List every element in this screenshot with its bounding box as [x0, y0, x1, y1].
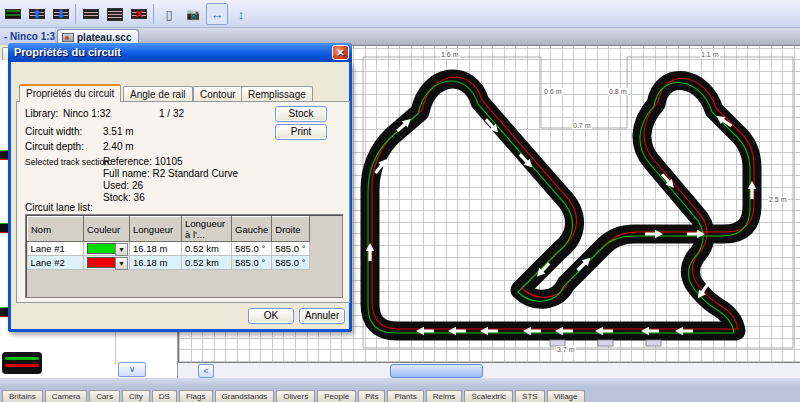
- tab-proprietes[interactable]: Propriétés du circuit: [19, 84, 121, 102]
- lane-right-angle: 585.0 °: [272, 256, 310, 270]
- canvas-hscrollbar[interactable]: <: [178, 362, 800, 378]
- circuit-depth-value: 2.40 m: [103, 141, 134, 152]
- circuit-width-label: Circuit width:: [25, 126, 82, 137]
- toolbar-separator: [75, 4, 76, 24]
- lane-name: Lane #1: [28, 242, 84, 256]
- library-tab[interactable]: People: [317, 390, 356, 402]
- lane-left-angle: 585.0 °: [232, 256, 272, 270]
- delete-section-icon[interactable]: ✕: [128, 3, 150, 25]
- selected-used: Used: 26: [103, 180, 143, 191]
- lane-list-label: Circuit lane list:: [25, 202, 93, 213]
- library-tab[interactable]: Flags: [179, 390, 213, 402]
- page-indicator: 1 / 32: [159, 108, 184, 119]
- tab-angle-de-rail[interactable]: Angle de rail: [123, 86, 193, 102]
- print-button[interactable]: Print: [275, 124, 327, 140]
- library-tab[interactable]: City: [122, 390, 150, 402]
- lane-table-header: Nom Couleur Longueur Longueur à l'... Ga…: [28, 217, 310, 242]
- dim-label: 0.8 m: [608, 88, 628, 95]
- dim-label: 1.6 m: [440, 51, 460, 58]
- dim-label: 0.7 m: [572, 122, 592, 129]
- tab-contour[interactable]: Contour: [193, 86, 243, 102]
- library-value: Ninco 1:32: [63, 108, 111, 119]
- dim-label: 1.1 m: [700, 51, 720, 58]
- lane-name: Lane #2: [28, 256, 84, 270]
- lower-track-icon[interactable]: ⬇: [50, 3, 72, 25]
- palette-item[interactable]: [2, 352, 42, 374]
- library-tab[interactable]: Camera: [45, 390, 87, 402]
- lane-length: 16.18 m: [130, 242, 182, 256]
- selected-section-label: Selected track section:: [25, 157, 111, 167]
- flip-horizontal-icon[interactable]: ↔: [206, 3, 228, 25]
- main-toolbar: ⬆ ⬇ ✕ ▯ 📷 ↔ ↕: [0, 0, 800, 28]
- table-row[interactable]: Lane #1 ▼ 16.18 m 0.52 km 585.0 ° 585.0 …: [28, 242, 310, 256]
- lane-color-swatch[interactable]: ▼: [87, 257, 126, 268]
- status-strip: [0, 378, 800, 387]
- track-surface: [370, 79, 752, 331]
- document-icon: [62, 33, 74, 42]
- library-tab[interactable]: Olivers: [276, 390, 315, 402]
- circuit-depth-label: Circuit depth:: [25, 141, 84, 152]
- lane-color-swatch[interactable]: ▼: [87, 243, 126, 254]
- library-tab[interactable]: DS: [152, 390, 177, 402]
- library-label: Library:: [25, 108, 58, 119]
- table-row[interactable]: Lane #2 ▼ 16.18 m 0.52 km 585.0 ° 585.0 …: [28, 256, 310, 270]
- road-wide-icon[interactable]: [104, 3, 126, 25]
- selected-stock: Stock: 36: [103, 192, 145, 203]
- palette-scroll-down-button[interactable]: ∨: [118, 362, 146, 377]
- palette-item[interactable]: [0, 307, 8, 317]
- library-tab[interactable]: Britains: [2, 390, 43, 402]
- library-tab[interactable]: Scalextric: [464, 390, 513, 402]
- dim-label: 3.7 m: [556, 346, 576, 353]
- scroll-left-button[interactable]: <: [198, 364, 214, 378]
- library-tab[interactable]: STS: [515, 390, 545, 402]
- color-dropdown-button[interactable]: ▼: [115, 243, 128, 256]
- color-dropdown-button[interactable]: ▼: [115, 257, 128, 270]
- lane-table-container: Nom Couleur Longueur Longueur à l'... Ga…: [25, 214, 343, 298]
- library-tab[interactable]: Grandstands: [215, 390, 275, 402]
- selected-reference: Reference: 10105: [103, 156, 183, 167]
- road-section-icon[interactable]: [80, 3, 102, 25]
- palette-item[interactable]: [0, 150, 8, 160]
- tab-remplissage[interactable]: Remplissage: [241, 86, 313, 102]
- lane-length-scale: 0.52 km: [182, 242, 232, 256]
- library-tab-bar: Britains Camera Cars City DS Flags Grand…: [0, 387, 800, 402]
- pit-lane-icon[interactable]: ▯: [158, 3, 180, 25]
- palette-item[interactable]: [0, 223, 8, 233]
- cancel-button[interactable]: Annuler: [299, 308, 345, 324]
- lane-left-angle: 585.0 °: [232, 242, 272, 256]
- library-tab[interactable]: Plants: [387, 390, 423, 402]
- dialog-tab-page: Library: Ninco 1:32 1 / 32 Stock Circuit…: [16, 101, 350, 303]
- library-tab[interactable]: Village: [547, 390, 585, 402]
- circuit-properties-dialog: Propriétés du circuit ✕ Propriétés du ci…: [8, 62, 352, 332]
- selected-fullname: Full name: R2 Standard Curve: [103, 168, 238, 179]
- library-tab[interactable]: Pits: [358, 390, 385, 402]
- library-tab[interactable]: Cars: [89, 390, 120, 402]
- dialog-titlebar[interactable]: Propriétés du circuit ✕: [8, 43, 352, 62]
- lane-right-angle: 585.0 °: [272, 242, 310, 256]
- lane-length: 16.18 m: [130, 256, 182, 270]
- camera-icon[interactable]: 📷: [182, 3, 204, 25]
- flip-vertical-icon[interactable]: ↕: [230, 3, 252, 25]
- lane-table: Nom Couleur Longueur Longueur à l'... Ga…: [27, 216, 310, 270]
- ok-button[interactable]: OK: [248, 308, 294, 324]
- close-icon[interactable]: ✕: [332, 45, 349, 60]
- dim-label: 0.6 m: [543, 88, 563, 95]
- library-tab[interactable]: Reims: [426, 390, 463, 402]
- track-piece-icon[interactable]: [2, 3, 24, 25]
- lane-length-scale: 0.52 km: [182, 256, 232, 270]
- stock-button[interactable]: Stock: [275, 106, 327, 122]
- scrollbar-thumb[interactable]: [390, 364, 483, 378]
- toolbar-separator: [153, 4, 154, 24]
- raise-track-icon[interactable]: ⬆: [26, 3, 48, 25]
- dim-label: 2.5 m: [768, 196, 788, 203]
- circuit-width-value: 3.51 m: [103, 126, 134, 137]
